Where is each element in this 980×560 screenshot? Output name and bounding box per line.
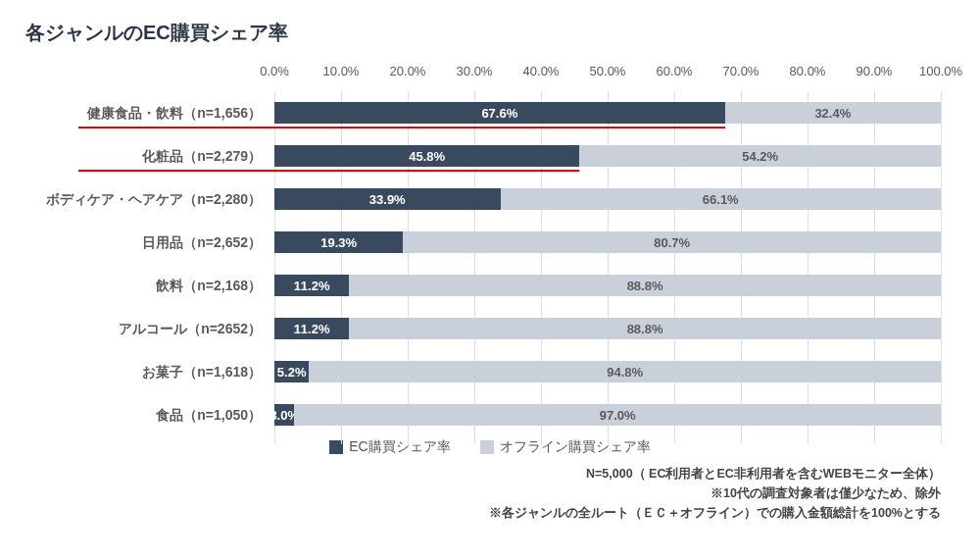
tick-40: 40.0%	[523, 64, 560, 78]
tick-80: 80.0%	[790, 64, 826, 78]
tick-50: 50.0%	[590, 64, 626, 78]
category-label: 化粧品（n=2,279）	[20, 147, 270, 165]
x-axis-ticks: 0.0% 10.0% 20.0% 30.0% 40.0% 50.0% 60.0%…	[274, 64, 941, 85]
bar-row: 食品（n=1,050）3.0%97.0%	[20, 393, 941, 436]
segment-offline: 97.0%	[294, 404, 941, 426]
stacked-bar: 33.9%66.1%	[274, 188, 941, 210]
category-label: 日用品（n=2,652）	[20, 233, 270, 251]
stacked-bar: 45.8%54.2%	[274, 145, 941, 167]
category-label: お菓子（n=1,618）	[20, 363, 270, 381]
segment-offline: 88.8%	[349, 275, 941, 296]
highlight-underline	[78, 170, 579, 172]
segment-offline: 54.2%	[579, 145, 941, 167]
bar-row: アルコール（n=2652）11.2%88.8%	[20, 307, 941, 350]
bar-row: 飲料（n=2,168）11.2%88.8%	[20, 264, 941, 307]
category-label: ボディケア・ヘアケア（n=2,280）	[20, 190, 270, 208]
bar-rows: 健康食品・飲料（n=1,656）67.6%32.4%化粧品（n=2,279）45…	[20, 91, 941, 436]
segment-offline: 94.8%	[309, 361, 941, 382]
stacked-bar: 67.6%32.4%	[274, 102, 941, 124]
tick-30: 30.0%	[457, 64, 493, 78]
bar-row: ボディケア・ヘアケア（n=2,280）33.9%66.1%	[20, 178, 941, 221]
segment-offline: 66.1%	[501, 188, 941, 210]
segment-ec: 45.8%	[274, 145, 579, 167]
footnote-2: ※10代の調査対象者は僅少なため、除外	[20, 484, 941, 503]
chart-title: 各ジャンルのEC購買シェア率	[25, 20, 960, 46]
footnote-1: N=5,000（ EC利用者とEC非利用者を含むWEBモニター全体）	[20, 464, 941, 484]
tick-20: 20.0%	[390, 64, 426, 78]
segment-offline: 88.8%	[349, 318, 941, 339]
bar-row: 日用品（n=2,652）19.3%80.7%	[20, 221, 941, 264]
tick-0: 0.0%	[260, 64, 289, 78]
stacked-bar: 19.3%80.7%	[274, 231, 941, 253]
segment-ec: 67.6%	[274, 102, 725, 124]
segment-offline: 80.7%	[403, 231, 941, 253]
category-label: 飲料（n=2,168）	[20, 277, 270, 294]
footnotes: N=5,000（ EC利用者とEC非利用者を含むWEBモニター全体） ※10代の…	[20, 464, 960, 523]
segment-ec: 19.3%	[274, 231, 403, 253]
highlight-underline	[78, 127, 725, 128]
bar-row: お菓子（n=1,618）5.2%94.8%	[20, 350, 941, 393]
segment-ec: 11.2%	[274, 318, 349, 339]
tick-90: 90.0%	[857, 64, 893, 78]
segment-ec: 11.2%	[274, 275, 349, 296]
tick-100: 100.0%	[919, 64, 962, 78]
segment-ec: 33.9%	[274, 188, 501, 210]
tick-60: 60.0%	[657, 64, 693, 78]
tick-70: 70.0%	[723, 64, 760, 78]
stacked-bar: 11.2%88.8%	[274, 318, 941, 339]
stacked-bar: 5.2%94.8%	[274, 361, 941, 382]
stacked-bar: 11.2%88.8%	[274, 275, 941, 296]
stacked-bar: 3.0%97.0%	[274, 404, 941, 426]
tick-10: 10.0%	[323, 64, 360, 78]
segment-offline: 32.4%	[725, 102, 941, 124]
category-label: 食品（n=1,050）	[20, 406, 270, 424]
bar-row: 化粧品（n=2,279）45.8%54.2%	[20, 134, 941, 178]
category-label: 健康食品・飲料（n=1,656）	[20, 104, 270, 122]
segment-ec: 5.2%	[274, 361, 309, 382]
category-label: アルコール（n=2652）	[20, 320, 270, 337]
bar-row: 健康食品・飲料（n=1,656）67.6%32.4%	[20, 91, 941, 134]
footnote-3: ※各ジャンルの全ルート（ＥＣ＋オフライン）での購入金額総計を100%とする	[20, 503, 941, 523]
segment-ec: 3.0%	[274, 404, 294, 426]
